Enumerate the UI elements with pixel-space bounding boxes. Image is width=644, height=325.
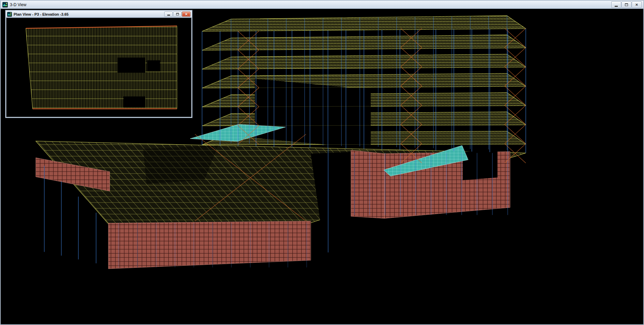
plan-minimize-icon <box>167 15 170 16</box>
main-content: Plan View - P3 - Elevation -3.65 × <box>1 9 643 324</box>
main-titlebar[interactable]: 3-D View × <box>1 1 643 9</box>
plan-titlebar[interactable]: Plan View - P3 - Elevation -3.65 × <box>6 11 191 18</box>
plan-window: Plan View - P3 - Elevation -3.65 × <box>5 10 193 118</box>
main-window-controls: × <box>611 1 642 8</box>
application: 3-D View × <box>0 0 644 325</box>
plan-minimize-button[interactable] <box>164 12 173 17</box>
close-icon: × <box>635 2 638 7</box>
main-window: 3-D View × <box>0 0 644 325</box>
plan-maximize-button[interactable] <box>173 12 182 17</box>
plan-maximize-icon <box>176 13 179 15</box>
plan-window-icon <box>7 12 12 17</box>
main-window-title: 3-D View <box>10 2 609 7</box>
plan-content <box>6 18 191 117</box>
minimize-button[interactable] <box>611 1 621 8</box>
maximize-icon <box>625 3 628 6</box>
app-icon <box>2 2 8 7</box>
maximize-button[interactable] <box>622 1 631 8</box>
close-button[interactable]: × <box>632 1 642 8</box>
plan-viewport[interactable] <box>6 18 191 117</box>
plan-window-controls: × <box>164 12 190 17</box>
plan-close-button[interactable]: × <box>182 12 190 17</box>
minimize-icon <box>615 6 618 7</box>
plan-close-icon: × <box>185 12 188 16</box>
plan-window-title: Plan View - P3 - Elevation -3.65 <box>14 12 163 16</box>
